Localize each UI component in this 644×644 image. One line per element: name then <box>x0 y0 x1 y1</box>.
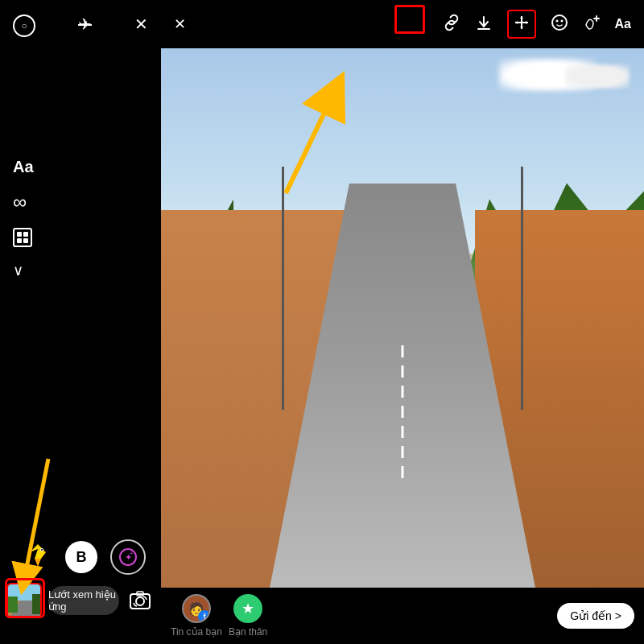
svg-marker-23 <box>520 16 523 19</box>
move-crop-icon[interactable] <box>507 10 536 39</box>
svg-point-29 <box>560 19 563 22</box>
close-left-icon[interactable]: ✕ <box>134 14 148 37</box>
download-icon[interactable] <box>475 14 493 35</box>
svg-marker-25 <box>515 21 518 24</box>
ban-than-option[interactable]: ★ Bạn thân <box>229 594 267 638</box>
svg-point-27 <box>552 15 567 30</box>
snap-icon[interactable] <box>23 541 52 573</box>
grid-layout-tool[interactable] <box>13 228 148 247</box>
settings-icon[interactable]: ○ <box>13 14 35 37</box>
ban-than-icon: ★ <box>233 594 262 623</box>
svg-marker-1 <box>35 549 46 559</box>
svg-rect-12 <box>8 597 18 613</box>
send-chevron: > <box>615 609 621 622</box>
more-tools-chevron[interactable]: ∨ <box>13 262 148 279</box>
bottom-row: Lướt xem hiệu ứng <box>0 583 161 618</box>
thumbnail-box[interactable] <box>6 583 42 618</box>
tin-cua-ban-option[interactable]: 🧑 f Tin của bạn <box>171 594 222 638</box>
retouch-button[interactable]: ✦ + <box>110 539 146 575</box>
link-icon[interactable] <box>443 14 460 35</box>
grid-icon <box>13 228 32 247</box>
text-aa-icon[interactable]: Aa <box>615 17 631 31</box>
ban-than-label: Bạn thân <box>229 626 267 638</box>
airplane-mode-icon[interactable]: ✈ <box>78 14 92 37</box>
svg-point-28 <box>555 19 558 22</box>
action-icons-row: B ✦ + <box>15 539 146 575</box>
bottom-toolbar-left: B ✦ + <box>0 539 161 644</box>
share-options: 🧑 f Tin của bạn ★ Bạn thân <box>171 594 547 638</box>
clouds-2 <box>565 64 630 89</box>
facebook-badge: f <box>198 610 211 623</box>
top-bar-icons: Aa <box>443 10 631 39</box>
svg-marker-24 <box>520 27 523 29</box>
sticker-icon[interactable] <box>551 14 568 35</box>
svg-point-4 <box>41 549 43 551</box>
effects-button[interactable]: Lướt xem hiệu ứng <box>48 586 119 615</box>
left-panel: ○ ✈ ✕ Aa ∞ ∨ <box>0 0 161 644</box>
send-button[interactable]: Gửi đến > <box>557 603 634 629</box>
left-side-tools: Aa ∞ ∨ <box>0 142 161 295</box>
send-label: Gửi đến <box>570 609 611 622</box>
text-tool[interactable]: Aa <box>13 158 148 176</box>
bottom-bar-right: 🧑 f Tin của bạn ★ Bạn thân Gửi đến > <box>161 588 644 644</box>
road-center-line <box>402 345 404 481</box>
top-bar-right: ✕ <box>161 0 644 48</box>
user-avatar: 🧑 f <box>182 594 211 623</box>
infinity-tool[interactable]: ∞ <box>13 191 148 213</box>
svg-marker-2 <box>35 559 41 567</box>
svg-text:+: + <box>130 550 134 557</box>
mute-icon[interactable] <box>583 14 601 35</box>
svg-marker-26 <box>526 21 528 24</box>
left-top-icons: ○ ✈ ✕ <box>0 0 161 45</box>
tin-cua-ban-label: Tin của bạn <box>171 626 222 638</box>
svg-point-15 <box>136 597 144 605</box>
right-panel: ✕ <box>161 0 644 644</box>
bold-button[interactable]: B <box>65 541 97 573</box>
road-scene <box>161 48 644 588</box>
camera-switch-button[interactable] <box>126 586 155 615</box>
story-image <box>161 48 644 588</box>
power-pole-right <box>521 167 523 410</box>
svg-rect-13 <box>32 594 42 614</box>
power-pole-left <box>282 167 284 410</box>
close-story-icon[interactable]: ✕ <box>174 15 186 33</box>
